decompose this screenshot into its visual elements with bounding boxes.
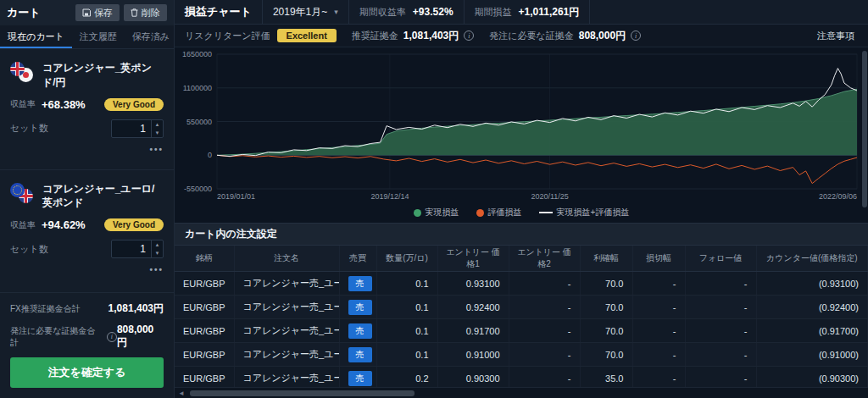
column-header[interactable]: 損切幅 bbox=[632, 246, 685, 272]
cart-header: カート 保存 削除 bbox=[0, 0, 174, 25]
strategy-name: コアレンジャー_ユーロ/英ポンド bbox=[42, 182, 164, 211]
legend-label: 実現損益 bbox=[426, 207, 459, 218]
set-count-stepper[interactable]: 1 ▲ ▼ bbox=[111, 240, 164, 258]
table-row[interactable]: EUR/GBPコアレンジャー売_ユー...売0.10.91700-70.0--(… bbox=[175, 319, 868, 343]
order-cell: EUR/GBP bbox=[175, 367, 234, 388]
info-icon[interactable]: i bbox=[631, 30, 641, 41]
notice-link[interactable]: 注意事項 bbox=[817, 30, 858, 42]
column-header[interactable]: エントリー 価格2 bbox=[509, 246, 580, 272]
table-row[interactable]: EUR/GBPコアレンジャー売_ユー...売0.10.91000-70.0--(… bbox=[175, 343, 868, 367]
order-cell: 0.92400 bbox=[437, 296, 509, 319]
legend-item: 実現損益+評価損益 bbox=[539, 207, 630, 218]
pl-chart: 165000011000005500000-5500002019/01/0120… bbox=[175, 47, 868, 202]
required-margin-value: 808,000円 bbox=[579, 29, 626, 43]
eu-flag-icon bbox=[10, 183, 25, 197]
scroll-left-icon[interactable]: ◄ bbox=[175, 390, 188, 397]
column-header[interactable]: 数量(万/ロ) bbox=[376, 246, 437, 272]
column-header[interactable]: 利確幅 bbox=[580, 246, 632, 272]
order-cell: - bbox=[509, 343, 580, 367]
required-margin-label: 発注に必要な証拠金合計 i bbox=[10, 325, 117, 349]
info-icon[interactable]: i bbox=[107, 332, 117, 342]
stepper-arrows: ▲ ▼ bbox=[151, 120, 163, 137]
delete-button[interactable]: 削除 bbox=[124, 4, 167, 21]
column-header[interactable]: エントリー 価格1 bbox=[437, 246, 509, 272]
order-cell: - bbox=[632, 343, 685, 367]
more-options-button[interactable]: ••• bbox=[10, 145, 164, 154]
column-header[interactable]: 注文名 bbox=[234, 246, 339, 272]
uk-flag-icon bbox=[10, 62, 25, 76]
side-cell: 売 bbox=[339, 319, 376, 343]
total-margin-label: FX推奨証拠金合計 bbox=[10, 303, 81, 315]
column-header[interactable]: カウンター値(価格指定) bbox=[756, 246, 868, 272]
cart-item-eurgbp: コアレンジャー_ユーロ/英ポンド 収益率 +94.62% Very Good セ… bbox=[0, 169, 174, 282]
table-row[interactable]: EUR/GBPコアレンジャー売_ユー...売0.10.92400-70.0--(… bbox=[175, 296, 868, 319]
order-cell: コアレンジャー売_ユー... bbox=[234, 367, 339, 388]
required-margin-label: 発注に必要な証拠金 bbox=[489, 30, 574, 42]
vscroll-thumb[interactable] bbox=[862, 51, 867, 207]
order-cell: - bbox=[509, 367, 580, 388]
sell-badge: 売 bbox=[348, 347, 372, 362]
chart-toolbar: 損益チャート 2019年1月~ ▾ 期間収益率 +93.52% 期間損益 +1,… bbox=[175, 0, 868, 25]
period-pl-label: 期間損益 bbox=[475, 6, 512, 19]
main-panel: 損益チャート 2019年1月~ ▾ 期間収益率 +93.52% 期間損益 +1,… bbox=[175, 0, 868, 398]
risk-rating-badge: Excellent bbox=[277, 29, 337, 42]
table-row[interactable]: EUR/GBPコアレンジャー売_ユー...売0.20.90300-35.0--(… bbox=[175, 367, 868, 388]
save-button[interactable]: 保存 bbox=[75, 4, 120, 21]
svg-text:2019/01/01: 2019/01/01 bbox=[217, 192, 255, 201]
svg-text:550000: 550000 bbox=[186, 118, 212, 126]
vertical-scrollbar[interactable] bbox=[861, 49, 867, 385]
order-cell: - bbox=[632, 319, 685, 343]
more-options-button[interactable]: ••• bbox=[10, 265, 164, 274]
column-header[interactable]: 銘柄 bbox=[175, 246, 234, 272]
order-cell: - bbox=[509, 272, 580, 296]
order-cell: EUR/GBP bbox=[175, 343, 234, 367]
stepper-down-icon[interactable]: ▼ bbox=[152, 249, 163, 257]
hscroll-thumb[interactable] bbox=[190, 390, 415, 396]
order-cell: - bbox=[685, 367, 756, 388]
order-cell: 0.1 bbox=[376, 272, 437, 296]
order-cell: - bbox=[509, 296, 580, 319]
tab-current-cart[interactable]: 現在のカート bbox=[0, 25, 72, 48]
set-count-stepper[interactable]: 1 ▲ ▼ bbox=[111, 119, 164, 138]
cart-title: カート bbox=[7, 5, 71, 20]
stepper-down-icon[interactable]: ▼ bbox=[152, 129, 163, 137]
info-icon[interactable]: i bbox=[464, 30, 474, 41]
rating-badge: Very Good bbox=[104, 218, 164, 231]
return-label: 収益率 bbox=[10, 219, 36, 231]
order-cell: EUR/GBP bbox=[175, 319, 234, 343]
pl-chart-svg: 165000011000005500000-5500002019/01/0120… bbox=[175, 47, 867, 202]
recommended-margin-label: 推奨証拠金 bbox=[352, 30, 398, 42]
side-cell: 売 bbox=[339, 367, 376, 388]
horizontal-scrollbar[interactable]: ◄ bbox=[175, 387, 868, 398]
period-select[interactable]: 2019年1月~ ▾ bbox=[263, 0, 349, 24]
period-return-label: 期間収益率 bbox=[359, 6, 406, 19]
stepper-up-icon[interactable]: ▲ bbox=[152, 120, 163, 129]
legend-item: 実現損益 bbox=[414, 207, 459, 218]
tab-saved[interactable]: 保存済み bbox=[125, 25, 177, 48]
confirm-order-button[interactable]: 注文を確定する bbox=[10, 357, 164, 388]
legend-item: 評価損益 bbox=[476, 207, 522, 218]
set-count-value[interactable]: 1 bbox=[112, 120, 151, 137]
currency-pair-flags bbox=[10, 182, 36, 204]
svg-text:2019/12/14: 2019/12/14 bbox=[370, 192, 409, 201]
order-cell: - bbox=[632, 296, 685, 319]
column-header[interactable]: 売買 bbox=[339, 246, 376, 272]
order-cell: 0.91000 bbox=[437, 343, 509, 367]
chevron-down-icon: ▾ bbox=[334, 8, 338, 16]
set-count-value[interactable]: 1 bbox=[112, 240, 151, 257]
rating-badge: Very Good bbox=[104, 98, 164, 111]
total-margin-value: 1,081,403円 bbox=[108, 301, 164, 316]
strategy-name: コアレンジャー_英ポンド/円 bbox=[42, 61, 164, 90]
period-return-value: +93.52% bbox=[413, 6, 453, 18]
trash-icon bbox=[131, 8, 138, 17]
order-cell: - bbox=[509, 319, 580, 343]
stepper-up-icon[interactable]: ▲ bbox=[152, 240, 163, 249]
table-row[interactable]: EUR/GBPコアレンジャー売_ユー...売0.10.93100-70.0--(… bbox=[175, 272, 868, 296]
svg-text:-550000: -550000 bbox=[184, 185, 212, 193]
order-cell: 70.0 bbox=[580, 272, 632, 296]
return-value: +94.62% bbox=[42, 218, 86, 231]
tab-order-history[interactable]: 注文履歴 bbox=[72, 25, 125, 48]
order-cell: (0.92400) bbox=[756, 296, 868, 319]
legend-dot-swatch bbox=[476, 209, 484, 217]
column-header[interactable]: フォロー値 bbox=[685, 246, 756, 272]
